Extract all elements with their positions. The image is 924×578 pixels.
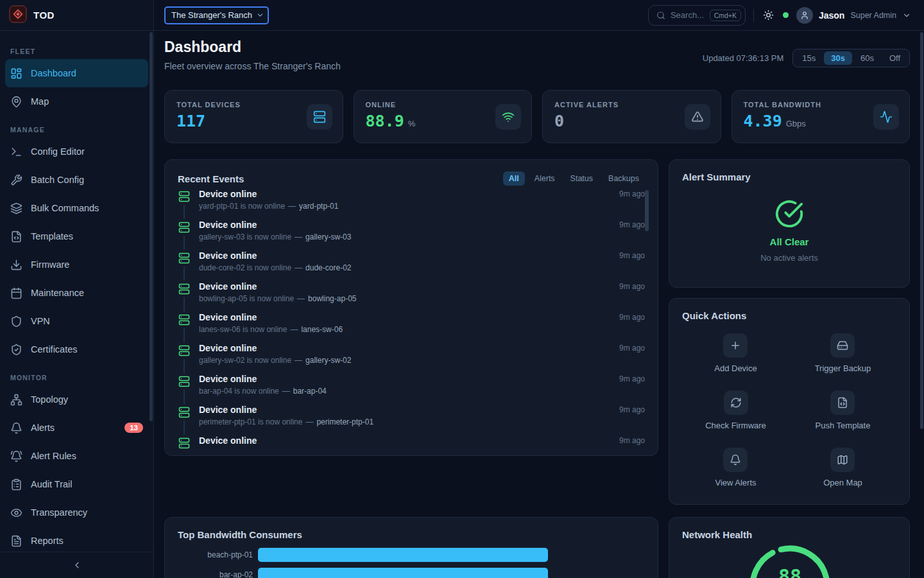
sidebar-item[interactable]: Alert Rules xyxy=(0,442,153,470)
sidebar-item-icon xyxy=(10,535,22,547)
event-time: 9m ago xyxy=(619,220,645,229)
bandwidth-bar-track xyxy=(258,568,548,578)
event-time: 9m ago xyxy=(619,374,645,383)
event-device-name: yard-ptp-01 xyxy=(299,202,338,211)
event-row: Device online 9m ago bowling-ap-05 is no… xyxy=(178,281,645,311)
event-title-row: Device online 9m ago xyxy=(199,342,645,355)
refresh-interval-option[interactable]: 60s xyxy=(853,51,881,65)
chevron-down-icon xyxy=(902,11,911,20)
quick-action-button[interactable]: Add Device xyxy=(710,333,760,374)
app-logo-icon xyxy=(9,5,27,26)
sidebar-item-label: Maintenance xyxy=(31,288,84,298)
page-header: Dashboard Fleet overview across The Stra… xyxy=(164,39,341,71)
sidebar-item[interactable]: Audit Trail xyxy=(0,470,153,498)
sidebar-item-icon xyxy=(10,507,22,519)
events-scrollbar-thumb[interactable] xyxy=(645,190,649,231)
event-device-name: gallery-sw-03 xyxy=(305,232,351,241)
page-subtitle: Fleet overview across The Stranger's Ran… xyxy=(164,61,341,71)
sidebar-item[interactable]: Bulk Commands xyxy=(0,194,153,222)
sidebar-item[interactable]: Templates xyxy=(0,222,153,250)
event-title: Device online xyxy=(199,404,257,416)
network-health-gauge: 88 xyxy=(742,538,838,578)
quick-action-button[interactable]: Push Template xyxy=(812,390,875,431)
quick-action-icon xyxy=(730,454,741,466)
sidebar-item[interactable]: Map xyxy=(0,87,153,116)
event-detail-text: perimeter-ptp-01 is now online xyxy=(199,417,302,426)
refresh-interval-option[interactable]: 30s xyxy=(824,51,852,65)
quick-action-button[interactable]: Trigger Backup xyxy=(811,333,875,374)
chevron-down-icon xyxy=(256,11,264,19)
server-icon xyxy=(178,311,191,328)
quick-action-icon-box xyxy=(724,390,748,415)
event-title: Device online xyxy=(199,281,257,293)
sidebar-item-icon xyxy=(10,450,22,462)
events-filter-tab[interactable]: All xyxy=(503,171,525,186)
sidebar-item[interactable]: VPN xyxy=(0,307,153,335)
events-filter-tab[interactable]: Status xyxy=(565,171,599,186)
event-detail: gallery-sw-02 is now online—gallery-sw-0… xyxy=(199,356,645,365)
quick-action-label: Trigger Backup xyxy=(815,363,871,373)
search-input[interactable]: Search... Cmd+K xyxy=(648,5,746,26)
stat-icon-box xyxy=(307,104,332,130)
search-placeholder: Search... xyxy=(671,10,705,20)
event-separator: — xyxy=(295,356,302,365)
server-icon xyxy=(178,373,191,390)
sidebar-item[interactable]: Reports xyxy=(0,527,153,552)
sidebar-item-icon xyxy=(10,259,22,271)
event-row: Device online 9m ago gallery-sw-02 is no… xyxy=(178,342,645,373)
event-detail-text: bowling-ap-05 is now online xyxy=(199,294,294,303)
sidebar-item[interactable]: Batch Config xyxy=(0,166,153,194)
sidebar-item-icon xyxy=(10,231,22,243)
sidebar-section-items: Topology Alerts 13 xyxy=(0,385,153,552)
quick-action-icon xyxy=(837,340,848,351)
theme-toggle-button[interactable] xyxy=(762,8,775,22)
event-row: Device online 9m ago yard-ptp-01 is now … xyxy=(178,188,645,219)
event-time: 9m ago xyxy=(619,436,645,445)
alert-summary-body: All Clear No active alerts xyxy=(682,199,896,263)
main-content: Dashboard Fleet overview across The Stra… xyxy=(154,31,924,578)
events-filter-tab[interactable]: Alerts xyxy=(529,171,561,186)
event-body: Device online 9m ago gallery-sw-03 is no… xyxy=(199,219,645,250)
sidebar-item[interactable]: Maintenance xyxy=(0,279,153,307)
user-menu[interactable]: Jason Super Admin xyxy=(796,7,911,24)
sidebar-item[interactable]: Alerts 13 xyxy=(0,414,153,442)
event-detail: yard-ptp-01 is now online—yard-ptp-01 xyxy=(199,202,645,211)
sidebar-item[interactable]: Certificates xyxy=(0,335,153,363)
sidebar-scrollbar-thumb[interactable] xyxy=(150,32,153,421)
quick-action-button[interactable]: View Alerts xyxy=(711,447,760,488)
event-body: Device online 9m ago dude-core-02 is now… xyxy=(199,250,645,281)
sidebar-item[interactable]: Transparency xyxy=(0,498,153,527)
sidebar-collapse-button[interactable] xyxy=(0,552,153,578)
refresh-interval-option[interactable]: 15s xyxy=(795,51,823,65)
sidebar-item-icon xyxy=(10,67,22,80)
event-title: Device online xyxy=(199,188,257,200)
site-selector[interactable]: The Stranger's Ranch xyxy=(164,6,269,24)
sidebar-item[interactable]: Config Editor xyxy=(0,137,153,166)
recent-events-panel: Recent Events All Alerts Status Backups xyxy=(164,159,658,456)
sidebar-item[interactable]: Topology xyxy=(0,385,153,414)
quick-action-button[interactable]: Open Map xyxy=(819,447,866,488)
alert-count-badge: 13 xyxy=(124,423,143,433)
page-scrollbar-thumb[interactable] xyxy=(920,32,923,429)
sidebar-item-label: Audit Trail xyxy=(31,479,72,489)
quick-action-button[interactable]: Check Firmware xyxy=(701,390,770,431)
refresh-interval-option[interactable]: Off xyxy=(882,51,907,65)
bandwidth-bar-row: bar-ap-02 xyxy=(178,568,645,578)
stat-card: TOTAL BANDWIDTH 4.39 Gbps xyxy=(732,90,911,143)
sidebar-item[interactable]: Dashboard xyxy=(5,59,148,87)
event-detail-text: gallery-sw-03 is now online xyxy=(199,232,291,241)
events-filter-tab[interactable]: Backups xyxy=(603,171,645,186)
sidebar-item-label: Config Editor xyxy=(31,146,85,157)
stat-card: TOTAL DEVICES 117 xyxy=(164,90,343,143)
page-title: Dashboard xyxy=(164,39,341,56)
sidebar-item-icon xyxy=(10,422,22,434)
event-body: Device online 9m ago bowling-ap-05 is no… xyxy=(199,281,645,311)
stat-value: 0 xyxy=(554,113,564,129)
sidebar-item[interactable]: Firmware xyxy=(0,250,153,279)
quick-action-icon xyxy=(837,454,848,466)
sidebar-item-icon xyxy=(10,174,22,186)
connection-status-dot xyxy=(783,12,789,18)
sidebar-section-label: FLEET xyxy=(10,48,143,55)
quick-action-label: Check Firmware xyxy=(705,421,766,430)
quick-action-label: Open Map xyxy=(823,478,862,487)
